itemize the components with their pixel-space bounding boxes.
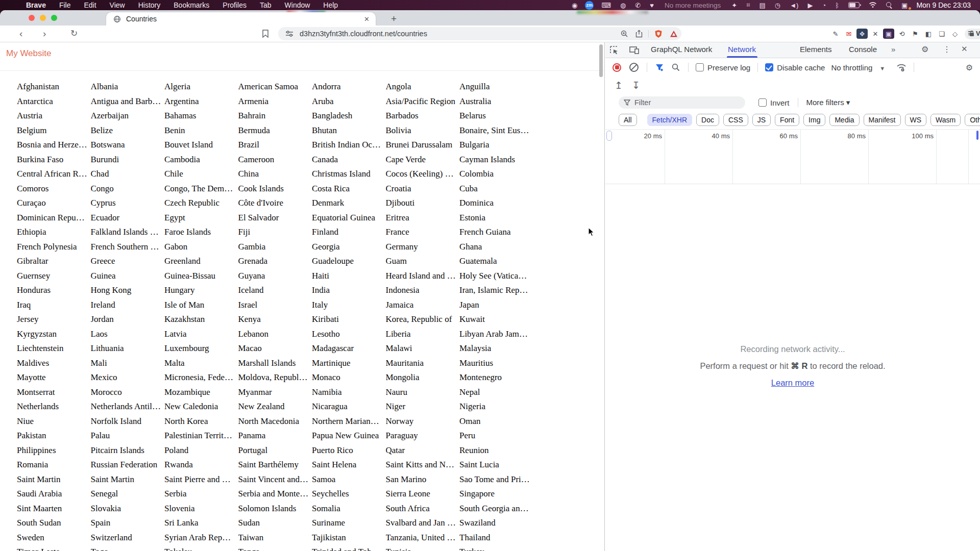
filter-toggle-icon[interactable] bbox=[655, 64, 664, 71]
privacy-icon[interactable]: ◍ bbox=[616, 2, 630, 9]
menu-item-tab[interactable]: Tab bbox=[253, 1, 278, 9]
filter-input[interactable]: Filter bbox=[619, 96, 745, 109]
back-button[interactable]: ‹ bbox=[19, 28, 22, 39]
battery-icon[interactable] bbox=[844, 2, 864, 8]
flag-icon[interactable]: ⚑ bbox=[910, 29, 921, 39]
filter-chip-ws[interactable]: WS bbox=[905, 114, 927, 126]
record-button[interactable] bbox=[612, 63, 621, 72]
filter-chip-manifest[interactable]: Manifest bbox=[864, 114, 901, 126]
filter-chip-js[interactable]: JS bbox=[752, 114, 771, 126]
menu-item-window[interactable]: Window bbox=[278, 1, 317, 9]
clear-button[interactable] bbox=[629, 63, 639, 72]
menu-bar-clock[interactable]: Mon 9 Dec 23:03 bbox=[912, 1, 975, 9]
url-bar[interactable]: d3hzn3tyfnt3th.cloudfront.net/countries bbox=[278, 27, 681, 40]
forward-button[interactable]: › bbox=[43, 28, 46, 39]
disable-cache-checkbox[interactable] bbox=[765, 63, 773, 71]
volume-icon[interactable]: ◄) bbox=[785, 2, 803, 9]
window-layout-icon[interactable]: ▤ bbox=[755, 2, 770, 9]
menu-item-profiles[interactable]: Profiles bbox=[216, 1, 253, 9]
reading-list-icon[interactable]: ❏ bbox=[936, 29, 947, 39]
clock-app-icon[interactable]: ◷ bbox=[770, 2, 785, 9]
devtools-close-icon[interactable]: ✕ bbox=[961, 44, 968, 54]
screen-record-icon[interactable]: ◉ bbox=[567, 2, 582, 9]
tab-close-icon[interactable]: ✕ bbox=[364, 15, 370, 23]
menu-item-history[interactable]: History bbox=[132, 1, 167, 9]
chat-icon[interactable]: ✆ bbox=[630, 2, 645, 9]
heart-icon[interactable]: ♥ bbox=[645, 2, 658, 9]
page-scrollbar-thumb[interactable] bbox=[599, 44, 603, 77]
filter-chip-wasm[interactable]: Wasm bbox=[930, 114, 961, 126]
network-settings-gear-icon[interactable]: ⚙ bbox=[966, 63, 973, 72]
app-icon[interactable]: ▣ bbox=[883, 29, 894, 39]
throttling-select[interactable]: No throttling▼ bbox=[831, 63, 885, 72]
play-icon[interactable]: ▶ bbox=[803, 2, 817, 9]
filter-chip-other[interactable]: Other bbox=[965, 114, 980, 126]
more-filters-button[interactable]: More filters ▾ bbox=[806, 98, 850, 107]
wallet-icon[interactable]: ❖ bbox=[856, 29, 868, 39]
overview-handle[interactable] bbox=[606, 131, 612, 141]
zoom-page-icon[interactable] bbox=[621, 30, 628, 38]
filter-chip-img[interactable]: Img bbox=[803, 114, 825, 126]
menu-item-file[interactable]: File bbox=[53, 1, 78, 9]
brave-shields-icon[interactable] bbox=[654, 30, 663, 38]
filter-chip-doc[interactable]: Doc bbox=[696, 114, 719, 126]
lasso-icon[interactable]: ⟲ bbox=[896, 29, 908, 39]
invert-label[interactable]: Invert bbox=[770, 98, 790, 107]
inspect-icon[interactable] bbox=[609, 45, 619, 55]
filter-chip-font[interactable]: Font bbox=[775, 114, 799, 126]
traffic-light-maximize[interactable] bbox=[51, 15, 57, 21]
filter-chip-media[interactable]: Media bbox=[829, 114, 859, 126]
devtools-tab-graphql-network[interactable]: GraphQL Network bbox=[651, 45, 712, 54]
x-icon[interactable]: ✕ bbox=[870, 29, 881, 39]
wifi-icon[interactable] bbox=[864, 2, 881, 8]
bluetooth-icon[interactable]: ᛒ bbox=[830, 2, 844, 9]
invert-checkbox[interactable] bbox=[758, 98, 767, 107]
devtools-kebab-menu-icon[interactable]: ⋮ bbox=[943, 44, 951, 54]
menu-item-bookmarks[interactable]: Bookmarks bbox=[167, 1, 216, 9]
zoom-app-icon[interactable]: zm bbox=[585, 1, 594, 10]
devtools-tab-elements[interactable]: Elements bbox=[800, 45, 832, 54]
import-har-icon[interactable]: ↥ bbox=[615, 80, 623, 91]
site-settings-icon[interactable] bbox=[285, 30, 293, 37]
pointer-icon[interactable]: ✦ bbox=[727, 2, 742, 9]
diamond-icon[interactable]: ◇ bbox=[949, 29, 961, 39]
browser-tab[interactable]: Countries ✕ bbox=[106, 12, 376, 26]
export-har-icon[interactable]: ↧ bbox=[632, 80, 640, 91]
bookmark-icon[interactable] bbox=[261, 29, 270, 38]
devtools-tab-network[interactable]: Network bbox=[728, 45, 756, 54]
meeting-status-text[interactable]: No more meetings bbox=[658, 2, 727, 9]
notification-icon[interactable]: ◔ bbox=[817, 2, 830, 9]
preserve-log-label[interactable]: Preserve log bbox=[707, 63, 750, 72]
traffic-light-minimize[interactable] bbox=[40, 15, 46, 21]
filter-chip-css[interactable]: CSS bbox=[723, 114, 748, 126]
preserve-log-checkbox[interactable] bbox=[696, 63, 704, 71]
url-text[interactable]: d3hzn3tyfnt3th.cloudfront.net/countries bbox=[300, 30, 617, 38]
learn-more-link[interactable]: Learn more bbox=[771, 378, 814, 388]
pencil-icon[interactable]: ✎ bbox=[830, 29, 841, 39]
mail-icon[interactable]: ✉ bbox=[843, 29, 854, 39]
disable-cache-label[interactable]: Disable cache bbox=[777, 63, 825, 72]
search-network-icon[interactable] bbox=[672, 63, 680, 71]
filter-chip-fetch-xhr[interactable]: Fetch/XHR bbox=[647, 114, 692, 126]
brave-rewards-icon[interactable] bbox=[670, 30, 678, 38]
menu-item-help[interactable]: Help bbox=[316, 1, 345, 9]
keyboard-icon[interactable]: ⌨ bbox=[597, 2, 616, 9]
more-tabs-icon[interactable]: » bbox=[891, 45, 895, 54]
menu-item-edit[interactable]: Edit bbox=[77, 1, 103, 9]
network-conditions-icon[interactable] bbox=[896, 63, 906, 72]
overview-right-handle[interactable] bbox=[976, 131, 978, 140]
sidebar-icon[interactable]: ◧ bbox=[923, 29, 934, 39]
browser-menu-icon[interactable]: ≡ bbox=[968, 28, 973, 39]
reload-button[interactable]: ↻ bbox=[70, 28, 78, 39]
menu-item-view[interactable]: View bbox=[103, 1, 132, 9]
menu-item-brave[interactable]: Brave bbox=[19, 1, 53, 9]
filter-chip-all[interactable]: All bbox=[619, 114, 637, 126]
display-switch-icon[interactable]: ▣ bbox=[897, 2, 912, 9]
device-toolbar-icon[interactable] bbox=[629, 45, 640, 55]
devtools-settings-gear-icon[interactable]: ⚙ bbox=[921, 44, 928, 54]
traffic-light-close[interactable] bbox=[29, 15, 35, 21]
share-icon[interactable] bbox=[635, 30, 643, 38]
new-tab-button[interactable]: + bbox=[391, 13, 397, 24]
devtools-tab-console[interactable]: Console bbox=[849, 45, 877, 54]
hash-icon[interactable]: ⌗ bbox=[742, 1, 754, 9]
